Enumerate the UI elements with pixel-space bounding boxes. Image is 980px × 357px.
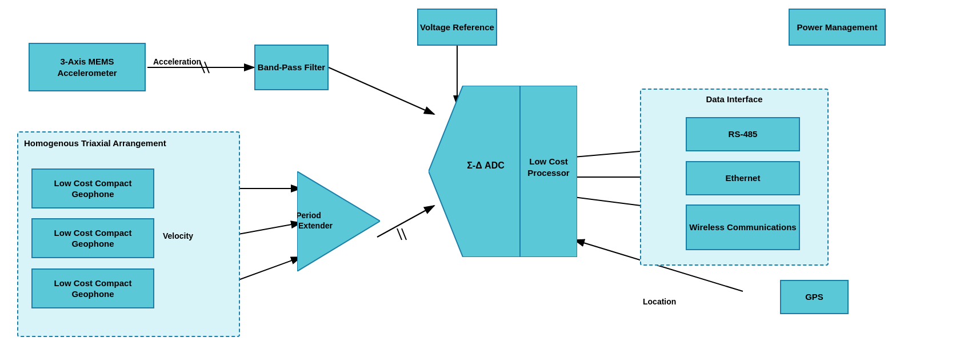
wireless-label: Wireless Communications <box>689 222 796 233</box>
voltage-ref-block: Voltage Reference <box>417 9 497 46</box>
ethernet-block: Ethernet <box>686 161 800 195</box>
geophone3-label: Low Cost Compact Geophone <box>33 278 153 300</box>
svg-line-9 <box>397 228 402 240</box>
geophone2-label: Low Cost Compact Geophone <box>33 227 153 250</box>
svg-line-10 <box>402 228 406 240</box>
accelerometer-block: 3-Axis MEMS Accelerometer <box>29 43 146 91</box>
geophone1-block: Low Cost Compact Geophone <box>31 169 154 208</box>
location-label: Location <box>643 297 676 306</box>
gps-label: GPS <box>805 291 823 303</box>
svg-line-2 <box>205 62 209 73</box>
svg-line-8 <box>377 206 434 237</box>
geophone2-block: Low Cost Compact Geophone <box>31 218 154 258</box>
rs485-label: RS-485 <box>729 129 758 140</box>
data-interface-label: Data Interface <box>674 94 794 104</box>
geophone1-label: Low Cost Compact Geophone <box>33 178 153 200</box>
velocity-label: Velocity <box>163 231 193 240</box>
svg-text:Period: Period <box>297 211 321 220</box>
svg-text:Processor: Processor <box>527 168 570 178</box>
homogenous-label: Homogenous Triaxial Arrangement <box>24 138 166 148</box>
bandpass-label: Band-Pass Filter <box>258 62 325 73</box>
svg-text:Low Cost: Low Cost <box>529 157 568 166</box>
accelerometer-label: 3-Axis MEMS Accelerometer <box>30 56 145 78</box>
sigma-delta-shape: Σ-Δ ADC Low Cost Processor <box>429 86 577 257</box>
svg-text:Σ-Δ ADC: Σ-Δ ADC <box>467 161 505 170</box>
voltage-ref-label: Voltage Reference <box>420 22 494 33</box>
svg-line-3 <box>329 67 434 114</box>
power-mgmt-block: Power Management <box>789 9 886 46</box>
geophone3-block: Low Cost Compact Geophone <box>31 268 154 308</box>
wireless-block: Wireless Communications <box>686 204 800 250</box>
acceleration-label: Acceleration <box>153 57 201 66</box>
rs485-block: RS-485 <box>686 117 800 151</box>
bandpass-block: Band-Pass Filter <box>254 45 329 90</box>
power-mgmt-label: Power Management <box>797 22 878 33</box>
svg-text:Extender: Extender <box>298 221 333 230</box>
period-extender-shape: Period Extender <box>297 171 380 271</box>
ethernet-label: Ethernet <box>726 173 761 184</box>
gps-block: GPS <box>780 280 849 314</box>
diagram-container: 3-Axis MEMS Accelerometer Acceleration B… <box>0 0 980 357</box>
